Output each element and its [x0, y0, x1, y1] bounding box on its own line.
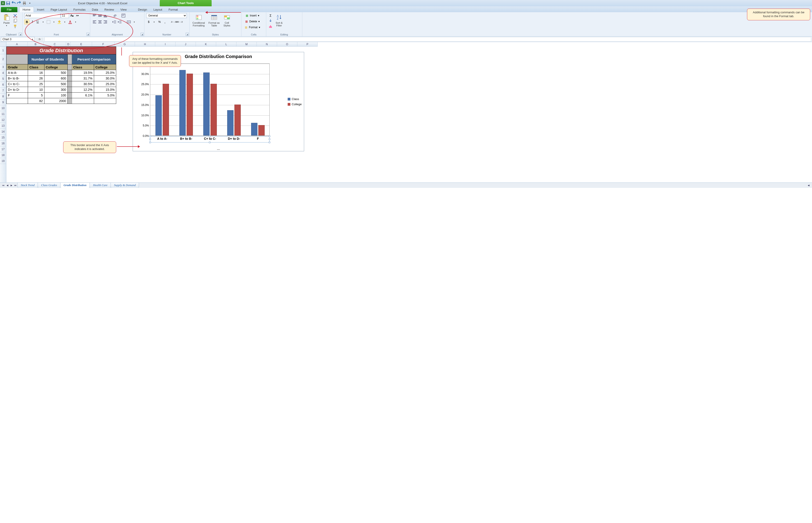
currency-dropdown-icon[interactable]: ▾ — [152, 19, 156, 24]
bold-button[interactable]: B — [24, 19, 29, 24]
data-cell[interactable]: 12.2% — [72, 87, 94, 93]
column-header-M[interactable]: M — [237, 42, 257, 47]
row-header-7[interactable]: 7 — [0, 88, 6, 93]
number-dialog-launcher[interactable]: ◢ — [186, 33, 189, 36]
data-cell[interactable]: 25 — [28, 81, 44, 87]
paste-button[interactable]: Paste ▾ — [2, 13, 11, 27]
number-format-select[interactable]: General — [146, 13, 187, 18]
data-cell[interactable]: 500 — [44, 81, 68, 87]
align-right-icon[interactable] — [103, 19, 108, 24]
row-header-9[interactable]: 9 — [0, 100, 6, 105]
data-cell[interactable]: C+ to C- — [6, 81, 28, 87]
format-painter-icon[interactable] — [13, 24, 18, 29]
column-header-K[interactable]: K — [196, 42, 216, 47]
data-cell[interactable]: 10 — [28, 87, 44, 93]
undo-icon[interactable] — [11, 1, 16, 5]
fx-icon[interactable]: fx — [37, 38, 42, 41]
column-header-D[interactable]: D — [66, 42, 71, 47]
borders-dropdown-icon[interactable]: ▾ — [52, 19, 56, 24]
font-size-input[interactable] — [61, 13, 69, 18]
row-header-10[interactable]: 10 — [0, 105, 6, 111]
chart-bar[interactable] — [155, 95, 162, 136]
data-cell[interactable]: 600 — [44, 76, 68, 81]
total-cell[interactable]: 2000 — [44, 98, 68, 104]
underline-button[interactable]: U — [35, 19, 40, 24]
fill-icon[interactable] — [268, 19, 273, 23]
column-header-L[interactable]: L — [216, 42, 237, 47]
data-cell[interactable]: B+ to B- — [6, 76, 28, 81]
row-header-17[interactable]: 17 — [0, 146, 6, 152]
font-color-dropdown-icon[interactable]: ▾ — [73, 19, 78, 24]
tab-review[interactable]: Review — [101, 7, 117, 12]
sheet-nav-last-icon[interactable]: ⏭ — [14, 183, 18, 187]
currency-icon[interactable]: $ — [146, 19, 151, 24]
decrease-font-icon[interactable]: A▾ — [75, 13, 80, 18]
tab-format[interactable]: Format — [165, 7, 181, 12]
data-cell[interactable]: 5 — [28, 93, 44, 98]
row-header-2[interactable]: 2 — [0, 54, 6, 64]
font-dialog-launcher[interactable]: ◢ — [87, 33, 90, 36]
decrease-decimal-icon[interactable]: .00→.0 — [177, 19, 182, 24]
tab-view[interactable]: View — [117, 7, 130, 12]
data-cell[interactable]: 300 — [44, 87, 68, 93]
total-cell[interactable] — [94, 98, 116, 104]
alignment-dialog-launcher[interactable]: ◢ — [140, 33, 144, 36]
sheet-tab[interactable]: Grade Distribution — [60, 182, 90, 188]
chart-legend[interactable]: Class College — [288, 97, 302, 108]
data-cell[interactable]: 25.0% — [94, 81, 116, 87]
data-cell[interactable]: 100 — [44, 93, 68, 98]
data-cell[interactable]: F — [6, 93, 28, 98]
row-header-14[interactable]: 14 — [0, 129, 6, 134]
align-bottom-icon[interactable] — [103, 13, 108, 18]
data-cell[interactable]: D+ to D- — [6, 87, 28, 93]
sheet-nav-next-icon[interactable]: ▶ — [10, 183, 14, 187]
row-header-12[interactable]: 12 — [0, 117, 6, 123]
merge-center-icon[interactable] — [126, 19, 131, 24]
sheet-tab[interactable]: Class Grades — [38, 182, 60, 188]
worksheet-grid[interactable]: 12345678910111213141516171819 Grade Dist… — [0, 47, 812, 182]
column-header-G[interactable]: G — [115, 42, 135, 47]
borders-icon[interactable] — [46, 19, 51, 24]
cell-styles-button[interactable]: Cell Styles — [222, 13, 232, 28]
sheet-nav-prev-icon[interactable]: ◀ — [5, 183, 10, 187]
column-header-I[interactable]: I — [155, 42, 175, 47]
conditional-formatting-button[interactable]: Conditional Formatting — [191, 13, 206, 28]
column-header-A[interactable]: A — [6, 42, 28, 47]
font-color-icon[interactable]: A — [68, 19, 73, 24]
row-header-5[interactable]: 5 — [0, 76, 6, 82]
save-icon[interactable] — [6, 1, 11, 5]
orientation-icon[interactable]: ab — [112, 13, 117, 18]
comma-icon[interactable]: , — [163, 19, 167, 24]
sheet-tab[interactable]: Stock Trend — [17, 182, 38, 188]
fill-dropdown-icon[interactable]: ▾ — [62, 19, 67, 24]
italic-button[interactable]: I — [30, 19, 35, 24]
chart-bar[interactable] — [203, 72, 210, 136]
sheet-canvas[interactable]: Grade Distribution Number of Students Pe… — [6, 47, 812, 182]
redo-icon[interactable] — [17, 1, 21, 5]
column-header-F[interactable]: F — [92, 42, 115, 47]
data-cell[interactable]: 30.5% — [72, 81, 94, 87]
data-cell[interactable]: 16 — [28, 70, 44, 76]
column-header-O[interactable]: O — [277, 42, 297, 47]
total-cell[interactable]: 82 — [28, 98, 44, 104]
increase-decimal-icon[interactable]: .0→.00 — [171, 19, 176, 24]
data-cell[interactable]: A to A- — [6, 70, 28, 76]
column-header-P[interactable]: P — [297, 42, 318, 47]
tab-design[interactable]: Design — [135, 7, 150, 12]
data-cell[interactable]: 26 — [28, 76, 44, 81]
select-all-corner[interactable] — [0, 42, 6, 47]
chart-bar[interactable] — [163, 84, 169, 136]
increase-indent-icon[interactable] — [117, 19, 122, 24]
row-header-8[interactable]: 8 — [0, 93, 6, 100]
merge-dropdown-icon[interactable]: ▾ — [132, 19, 137, 24]
row-header-3[interactable]: 3 — [0, 64, 6, 70]
delete-cells-button[interactable]: ▦ Delete ▾ — [243, 19, 262, 24]
tab-file[interactable]: File — [1, 7, 17, 12]
clear-icon[interactable] — [268, 24, 273, 29]
data-cell[interactable]: 25.0% — [94, 70, 116, 76]
row-header-18[interactable]: 18 — [0, 152, 6, 158]
data-cell[interactable]: 5.0% — [94, 93, 116, 98]
copy-icon[interactable] — [13, 19, 18, 23]
sort-filter-button[interactable]: AZSort & Filter — [275, 13, 284, 28]
data-cell[interactable]: 19.5% — [72, 70, 94, 76]
